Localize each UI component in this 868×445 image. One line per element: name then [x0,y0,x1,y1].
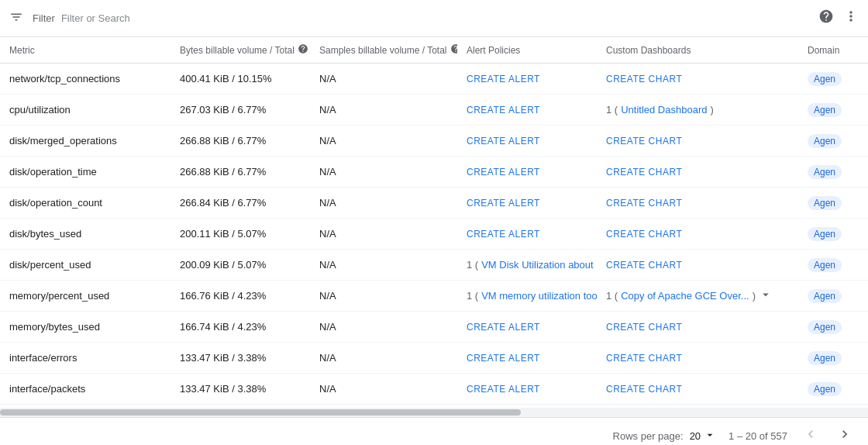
cell-metric: memory/percent_used [0,281,170,312]
create-chart-button[interactable]: CREATE CHART [606,167,682,178]
more-menu-icon[interactable] [843,9,859,28]
alert-link[interactable]: VM memory utilization too high [481,290,597,302]
help-icon[interactable] [818,9,834,28]
page-info: 1 – 20 of 557 [728,430,787,442]
rows-per-page-value: 20 [690,430,701,442]
col-header-dashboard: Custom Dashboards [597,37,798,64]
col-header-samples: Samples billable volume / Total [310,37,457,64]
cell-samples: N/A [310,126,457,157]
cell-metric: disk/operation_count [0,188,170,219]
cell-alert: 1 ( VM memory utilization too high ) [457,281,597,312]
filter-icon [9,10,23,27]
dashboard-dropdown-icon[interactable] [759,288,773,305]
table-footer: Rows per page: 20 1 – 20 of 557 [0,417,868,445]
cell-bytes: 166.76 KiB / 4.23% [170,281,310,312]
cell-more [860,95,868,126]
create-chart-button[interactable]: CREATE CHART [606,322,682,333]
cell-alert: CREATE ALERT [457,64,597,95]
create-chart-button[interactable]: CREATE CHART [606,198,682,209]
create-alert-button[interactable]: CREATE ALERT [467,353,540,364]
cell-domain: Agen [798,64,860,95]
cell-samples: N/A [310,281,457,312]
create-alert-button[interactable]: CREATE ALERT [467,105,540,116]
cell-alert: 1 ( VM Disk Utilization about ... ) [457,250,597,281]
cell-alert: CREATE ALERT [457,157,597,188]
cell-bytes: 400.41 KiB / 10.15% [170,64,310,95]
create-alert-button[interactable]: CREATE ALERT [467,167,540,178]
metrics-table: Metric Bytes billable volume / Total [0,37,868,408]
create-alert-button[interactable]: CREATE ALERT [467,74,540,85]
toolbar: Filter Filter or Search [0,0,868,37]
col-header-metric: Metric [0,37,170,64]
col-header-more [860,37,868,64]
cell-alert: CREATE ALERT [457,312,597,343]
cell-bytes: 266.88 KiB / 6.77% [170,126,310,157]
domain-badge: Agen [808,72,842,86]
toolbar-right [818,9,859,28]
dashboard-count: 1 ( [606,104,618,116]
metrics-table-container: Metric Bytes billable volume / Total [0,37,868,408]
cell-samples: N/A [310,312,457,343]
alert-count: 1 ( [467,290,478,302]
create-alert-button[interactable]: CREATE ALERT [467,384,540,395]
cell-dashboard: CREATE CHART [597,157,798,188]
create-alert-button[interactable]: CREATE ALERT [467,198,540,209]
cell-domain: Agen [798,250,860,281]
cell-dashboard: 1 ( Copy of Apache GCE Over... ) [597,281,798,312]
dashboard-count: 1 ( [606,290,618,302]
cell-bytes: 266.88 KiB / 6.77% [170,157,310,188]
cell-samples: N/A [310,188,457,219]
rows-per-page-container: Rows per page: 20 [613,429,717,443]
bytes-help-icon[interactable] [298,43,308,57]
create-chart-button[interactable]: CREATE CHART [606,353,682,364]
next-page-button[interactable] [834,423,856,445]
search-placeholder[interactable]: Filter or Search [61,12,812,24]
cell-dashboard: CREATE CHART [597,250,798,281]
domain-badge: Agen [808,351,842,365]
rows-per-page-dropdown-icon[interactable] [704,429,716,443]
cell-more [860,219,868,250]
cell-domain: Agen [798,219,860,250]
cell-metric: disk/percent_used [0,250,170,281]
domain-badge: Agen [808,258,842,272]
cell-dashboard: CREATE CHART [597,126,798,157]
cell-metric: cpu/utilization [0,95,170,126]
scrollbar-thumb[interactable] [0,409,521,416]
dashboard-link[interactable]: Untitled Dashboard [621,104,707,116]
cell-domain: Agen [798,157,860,188]
cell-alert: CREATE ALERT [457,95,597,126]
cell-samples: N/A [310,374,457,405]
cell-alert: CREATE ALERT [457,219,597,250]
create-alert-button[interactable]: CREATE ALERT [467,136,540,147]
rows-per-page-select[interactable]: 20 [690,429,716,443]
horizontal-scrollbar[interactable] [0,408,868,417]
cell-domain: Agen [798,281,860,312]
cell-more [860,126,868,157]
cell-domain: Agen [798,126,860,157]
alert-link[interactable]: VM Disk Utilization about ... [481,259,597,271]
table-row: disk/operation_time266.88 KiB / 6.77%N/A… [0,157,868,188]
prev-page-button[interactable] [800,423,822,445]
domain-badge: Agen [808,165,842,179]
dashboard-close: ) [710,104,713,116]
create-chart-button[interactable]: CREATE CHART [606,74,682,85]
table-row: interface/packets133.47 KiB / 3.38%N/ACR… [0,374,868,405]
cell-dashboard: CREATE CHART [597,312,798,343]
table-row: interface/errors133.47 KiB / 3.38%N/ACRE… [0,343,868,374]
cell-dashboard: CREATE CHART [597,219,798,250]
create-chart-button[interactable]: CREATE CHART [606,229,682,240]
table-header: Metric Bytes billable volume / Total [0,37,868,64]
domain-badge: Agen [808,382,842,396]
create-chart-button[interactable]: CREATE CHART [606,260,682,271]
domain-badge: Agen [808,289,842,303]
table-row: memory/percent_used166.76 KiB / 4.23%N/A… [0,281,868,312]
cell-domain: Agen [798,312,860,343]
create-alert-button[interactable]: CREATE ALERT [467,322,540,333]
create-chart-button[interactable]: CREATE CHART [606,136,682,147]
col-header-alert: Alert Policies [457,37,597,64]
dashboard-link[interactable]: Copy of Apache GCE Over... [621,290,749,302]
create-alert-button[interactable]: CREATE ALERT [467,229,540,240]
alert-cell-content: 1 ( VM memory utilization too high ) [467,290,587,302]
create-chart-button[interactable]: CREATE CHART [606,384,682,395]
cell-bytes: 267.03 KiB / 6.77% [170,95,310,126]
